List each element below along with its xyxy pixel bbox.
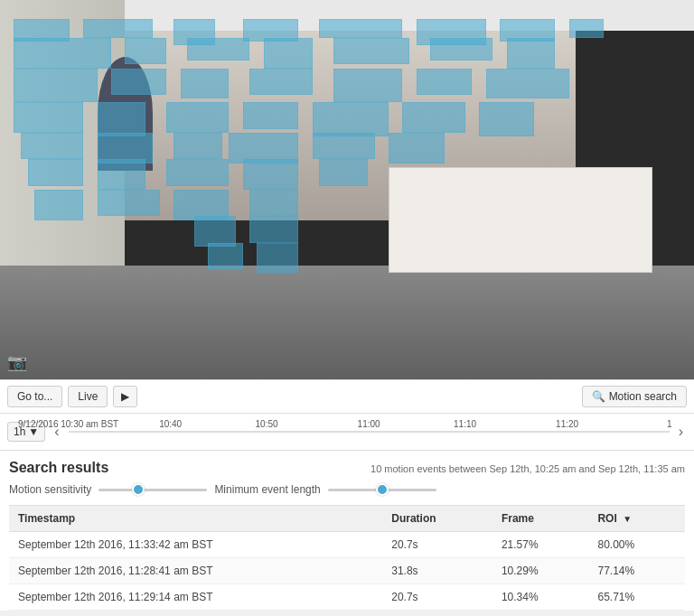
col-header-roi[interactable]: ROI ▼ <box>588 506 685 532</box>
controls-bar: Go to... Live ▶ 🔍 Motion search <box>0 379 694 414</box>
cell-timestamp: September 12th 2016, 11:29:14 am BST <box>9 584 382 611</box>
cell-duration: 31.8s <box>382 558 492 584</box>
timeline-tick: 11:20 <box>556 419 578 429</box>
cell-roi: 65.71% <box>588 584 685 611</box>
motion-search-button[interactable]: 🔍 Motion search <box>582 386 687 407</box>
search-results-info: 10 motion events between Sep 12th, 10:25… <box>370 463 685 474</box>
table-row[interactable]: September 12th 2016, 11:28:41 am BST31.8… <box>9 558 685 584</box>
cell-duration: 20.7s <box>382 584 492 611</box>
cell-roi: 80.00% <box>588 532 685 558</box>
cell-frame: 21.57% <box>492 532 589 558</box>
search-icon: 🔍 <box>592 390 605 403</box>
table-row[interactable]: September 12th 2016, 11:33:42 am BST20.7… <box>9 532 685 558</box>
timeline-tick: 10:40 <box>159 419 182 429</box>
timeline-tick: 11:00 <box>358 419 380 429</box>
col-header-duration: Duration <box>382 506 492 532</box>
timeline-tick: 10:50 <box>256 419 278 429</box>
search-results-section: Search results 10 motion events between … <box>0 451 694 611</box>
cell-frame: 10.29% <box>492 558 589 584</box>
timeline-ticks: 9/12/2016 10:30 am BST10:4010:5011:0011:… <box>69 419 670 444</box>
motion-block <box>194 216 236 247</box>
table-row[interactable]: September 12th 2016, 11:29:14 am BST20.7… <box>9 584 685 611</box>
motion-sensitivity-label: Motion sensitivity <box>9 483 91 496</box>
motion-block <box>249 216 298 242</box>
camera-icon: 📷 <box>7 352 27 372</box>
cell-frame: 10.34% <box>492 584 589 611</box>
goto-button[interactable]: Go to... <box>7 386 62 407</box>
min-event-label: Minimum event length <box>214 483 320 496</box>
video-player: 📷 <box>0 0 694 379</box>
motion-search-label: Motion search <box>609 390 677 403</box>
timeline-next-button[interactable]: › <box>675 424 687 440</box>
timeline-container: 1h ▼ ‹ 9/12/2016 10:30 am BST10:4010:501… <box>0 414 694 451</box>
controls-left: Go to... Live ▶ <box>7 386 137 407</box>
main-container: 📷 Go to... Live ▶ 🔍 Motion search 1h ▼ ‹… <box>0 0 694 611</box>
col-header-frame: Frame <box>492 506 589 532</box>
sort-arrow-icon: ▼ <box>623 514 632 524</box>
results-table: Timestamp Duration Frame ROI ▼ September… <box>9 505 685 611</box>
live-button[interactable]: Live <box>68 386 108 407</box>
search-results-title: Search results <box>9 460 108 476</box>
person-silhouette <box>98 57 153 171</box>
timeline-tick: 9/12/2016 10:30 am BST <box>18 419 118 429</box>
table-body: September 12th 2016, 11:33:42 am BST20.7… <box>9 532 685 611</box>
cell-duration: 20.7s <box>382 532 492 558</box>
search-results-header: Search results 10 motion events between … <box>9 460 685 476</box>
timeline-track[interactable]: 9/12/2016 10:30 am BST10:4010:5011:0011:… <box>69 419 670 444</box>
table-header-row: Timestamp Duration Frame ROI ▼ <box>9 506 685 532</box>
sensitivity-row: Motion sensitivity Minimum event length <box>9 483 685 496</box>
timeline-tick: 1 <box>667 419 672 429</box>
min-event-slider[interactable] <box>328 489 436 491</box>
room-floor <box>0 266 694 379</box>
motion-sensitivity-slider[interactable] <box>98 489 207 491</box>
cell-timestamp: September 12th 2016, 11:28:41 am BST <box>9 558 382 584</box>
col-header-timestamp: Timestamp <box>9 506 382 532</box>
table-header: Timestamp Duration Frame ROI ▼ <box>9 506 685 532</box>
cell-roi: 77.14% <box>588 558 685 584</box>
cell-timestamp: September 12th 2016, 11:33:42 am BST <box>9 532 382 558</box>
play-button[interactable]: ▶ <box>113 386 137 407</box>
timeline-tick: 11:10 <box>454 419 476 429</box>
desk-table <box>389 167 652 274</box>
